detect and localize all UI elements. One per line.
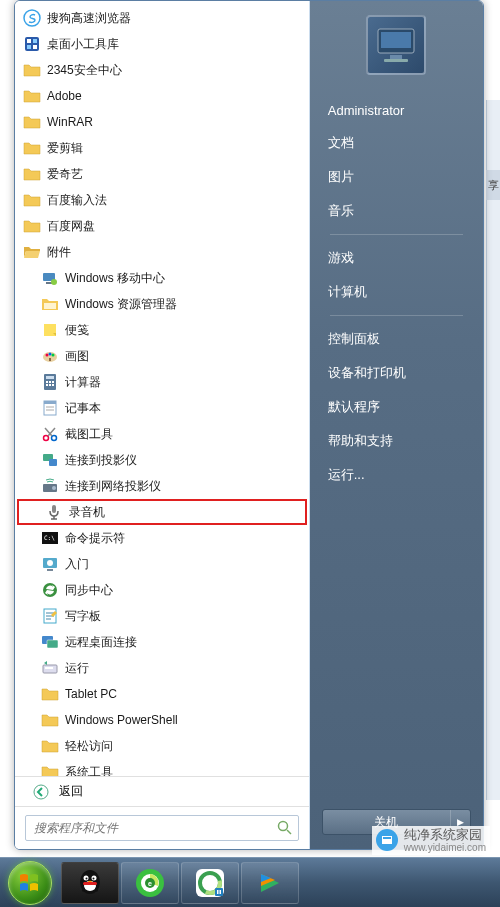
right-panel-link[interactable]: 计算机 xyxy=(322,275,471,309)
program-item[interactable]: 连接到网络投影仪 xyxy=(15,473,309,499)
program-label: 百度输入法 xyxy=(47,192,107,209)
program-item[interactable]: 搜狗高速浏览器 xyxy=(15,5,309,31)
folder-open-icon-wrap xyxy=(23,243,41,261)
projector2-icon-wrap xyxy=(41,477,59,495)
monitor-icon xyxy=(374,25,418,65)
recorder-icon-wrap xyxy=(45,503,63,521)
program-item[interactable]: Windows 移动中心 xyxy=(15,265,309,291)
program-item[interactable]: 入门 xyxy=(15,551,309,577)
program-item[interactable]: Adobe xyxy=(15,83,309,109)
program-item[interactable]: 运行 xyxy=(15,655,309,681)
program-item[interactable]: 附件 xyxy=(15,239,309,265)
svg-line-55 xyxy=(287,830,291,834)
svg-rect-18 xyxy=(46,381,48,383)
user-picture-frame[interactable] xyxy=(310,15,483,75)
program-item[interactable]: 便笺 xyxy=(15,317,309,343)
folder-icon-wrap xyxy=(41,763,59,776)
program-item[interactable]: 桌面小工具库 xyxy=(15,31,309,57)
program-item[interactable]: Windows PowerShell xyxy=(15,707,309,733)
svg-point-44 xyxy=(43,583,57,597)
all-programs-list[interactable]: 搜狗高速浏览器桌面小工具库2345安全中心AdobeWinRAR爱剪辑爱奇艺百度… xyxy=(15,1,309,776)
program-label: 附件 xyxy=(47,244,71,261)
start-button[interactable] xyxy=(8,861,52,905)
back-button[interactable]: 返回 xyxy=(15,776,309,806)
right-panel-link[interactable]: 音乐 xyxy=(322,194,471,228)
program-item[interactable]: 2345安全中心 xyxy=(15,57,309,83)
right-panel-link[interactable]: 默认程序 xyxy=(322,390,471,424)
right-panel-link[interactable]: 文档 xyxy=(322,126,471,160)
search-icon xyxy=(277,820,293,836)
remote-desktop-icon xyxy=(41,633,59,651)
program-item[interactable]: 爱剪辑 xyxy=(15,135,309,161)
program-item[interactable]: 连接到投影仪 xyxy=(15,447,309,473)
snip-icon-wrap xyxy=(41,425,59,443)
taskbar-item-tencent-video[interactable] xyxy=(241,862,299,904)
program-label: 画图 xyxy=(65,348,89,365)
program-item[interactable]: 画图 xyxy=(15,343,309,369)
folder-icon xyxy=(41,737,59,755)
app-icon xyxy=(193,866,227,900)
svg-rect-57 xyxy=(381,32,411,48)
program-item[interactable]: 远程桌面连接 xyxy=(15,629,309,655)
right-panel-link[interactable]: 游戏 xyxy=(322,241,471,275)
cmd-icon: C:\ xyxy=(41,529,59,547)
program-item[interactable]: 截图工具 xyxy=(15,421,309,447)
program-label: 远程桌面连接 xyxy=(65,634,137,651)
right-links-section: Administrator 文档图片音乐 游戏计算机 控制面板设备和打印机默认程… xyxy=(310,95,483,492)
right-panel-link[interactable]: 设备和打印机 xyxy=(322,356,471,390)
right-panel-link[interactable]: 帮助和支持 xyxy=(322,424,471,458)
program-item[interactable]: 记事本 xyxy=(15,395,309,421)
program-label: 连接到网络投影仪 xyxy=(65,478,161,495)
svg-point-65 xyxy=(93,877,95,879)
svg-rect-17 xyxy=(46,376,54,379)
svg-text:e: e xyxy=(148,880,152,887)
run-icon xyxy=(41,659,59,677)
calculator-icon xyxy=(41,373,59,391)
explorer-icon xyxy=(41,295,59,313)
svg-rect-5 xyxy=(33,45,37,49)
right-panel-link[interactable]: 运行... xyxy=(322,458,471,492)
svg-point-53 xyxy=(34,785,48,799)
program-label: 桌面小工具库 xyxy=(47,36,119,53)
svg-rect-25 xyxy=(44,401,56,404)
program-item[interactable]: 同步中心 xyxy=(15,577,309,603)
getting-started-icon xyxy=(41,555,59,573)
program-item[interactable]: Tablet PC xyxy=(15,681,309,707)
program-item[interactable]: 系统工具 xyxy=(15,759,309,776)
sound-recorder-icon xyxy=(45,503,63,521)
svg-rect-4 xyxy=(27,45,31,49)
paint-icon xyxy=(41,347,59,365)
taskbar-item-browser[interactable]: e xyxy=(121,862,179,904)
svg-rect-50 xyxy=(47,640,58,648)
program-item[interactable]: 轻松访问 xyxy=(15,733,309,759)
program-item[interactable]: 爱奇艺 xyxy=(15,161,309,187)
gadgets-icon-wrap xyxy=(23,35,41,53)
program-item[interactable]: WinRAR xyxy=(15,109,309,135)
search-input[interactable] xyxy=(25,815,299,841)
folder-icon-wrap xyxy=(23,165,41,183)
separator xyxy=(330,234,463,235)
program-label: 2345安全中心 xyxy=(47,62,122,79)
program-item[interactable]: 百度输入法 xyxy=(15,187,309,213)
program-item[interactable]: C:\命令提示符 xyxy=(15,525,309,551)
user-name-link[interactable]: Administrator xyxy=(322,95,471,126)
taskbar-item-qq[interactable] xyxy=(61,862,119,904)
projector-icon xyxy=(41,451,59,469)
network-projector-icon xyxy=(41,477,59,495)
right-panel-link[interactable]: 控制面板 xyxy=(322,322,471,356)
right-panel-link[interactable]: 图片 xyxy=(322,160,471,194)
program-label: 系统工具 xyxy=(65,764,113,777)
program-item[interactable]: 百度网盘 xyxy=(15,213,309,239)
program-item[interactable]: 写字板 xyxy=(15,603,309,629)
program-item[interactable]: 录音机 xyxy=(17,499,307,525)
program-label: 入门 xyxy=(65,556,89,573)
taskbar-item-app3[interactable] xyxy=(181,862,239,904)
program-item[interactable]: Windows 资源管理器 xyxy=(15,291,309,317)
rdp-icon-wrap xyxy=(41,633,59,651)
svg-rect-77 xyxy=(220,890,222,894)
svg-point-13 xyxy=(49,353,52,356)
program-item[interactable]: 计算器 xyxy=(15,369,309,395)
folder-icon-wrap xyxy=(23,139,41,157)
svg-rect-21 xyxy=(46,384,48,386)
folder-icon-wrap xyxy=(41,685,59,703)
